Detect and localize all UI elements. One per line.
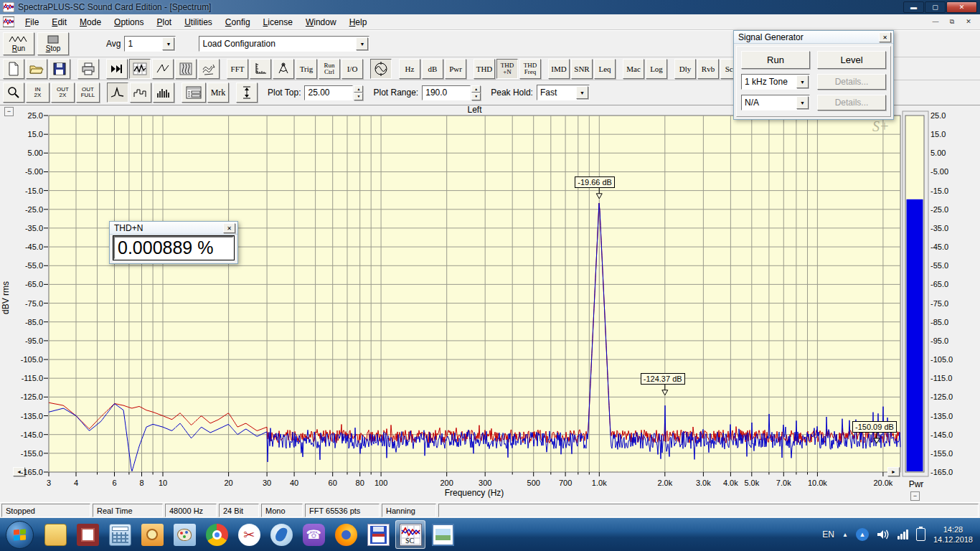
spectrum-view-button[interactable]: [129, 59, 151, 79]
chevron-down-icon[interactable]: ▼: [796, 96, 809, 109]
power-units-button[interactable]: Pwr: [445, 59, 466, 79]
marker-label[interactable]: -124.37 dB: [641, 373, 685, 385]
menu-window[interactable]: Window: [299, 15, 343, 29]
tray-clock[interactable]: 14:28 14.12.2018: [933, 524, 973, 545]
db-units-button[interactable]: dB: [422, 59, 443, 79]
show-hidden-icons-chevron[interactable]: ▲: [842, 532, 848, 538]
generator-run-button[interactable]: Run: [741, 51, 810, 69]
menu-edit[interactable]: Edit: [45, 15, 73, 29]
step-plot-style-button[interactable]: [130, 83, 151, 103]
print-button[interactable]: [77, 59, 99, 79]
plot-range-input[interactable]: [422, 85, 471, 100]
menu-help[interactable]: Help: [343, 15, 374, 29]
close-button[interactable]: ✕: [946, 1, 977, 13]
plot-range-spinner[interactable]: ▲ ▼: [471, 85, 481, 100]
chevron-down-icon[interactable]: ▼: [356, 37, 368, 50]
thd-freq-button[interactable]: THD Freq: [519, 59, 541, 79]
zoom-tool-button[interactable]: [3, 83, 24, 103]
mdi-restore-icon[interactable]: ⧉: [945, 16, 959, 27]
new-file-button[interactable]: [3, 59, 24, 79]
taskbar-spectraplus[interactable]: SC: [395, 520, 425, 549]
taskbar-image-viewer[interactable]: [428, 520, 458, 549]
zoom-in-2x-button[interactable]: IN 2X: [26, 83, 50, 103]
display-options-button[interactable]: [182, 83, 206, 103]
collapse-pwr-icon[interactable]: −: [910, 491, 920, 501]
plot-top-input[interactable]: [304, 85, 353, 100]
zoom-out-2x-button[interactable]: OUT 2X: [51, 83, 75, 103]
thd-n-meter-window[interactable]: THD+N ✕ 0.000889 %: [109, 221, 238, 264]
scaling-button[interactable]: [250, 59, 271, 79]
stop-button[interactable]: Stop: [37, 32, 69, 55]
thd-button[interactable]: THD: [473, 59, 495, 79]
taskbar-calculator[interactable]: [105, 520, 135, 549]
vertical-range-button[interactable]: [236, 83, 258, 103]
reverb-button[interactable]: Rvb: [697, 59, 719, 79]
mdi-minimize-icon[interactable]: —: [928, 16, 943, 27]
thd-n-titlebar[interactable]: THD+N ✕: [110, 222, 237, 235]
menu-options[interactable]: Options: [108, 15, 150, 29]
cloud-sync-icon[interactable]: ▲: [856, 528, 869, 541]
logging-button[interactable]: Log: [646, 59, 667, 79]
start-button[interactable]: [6, 521, 34, 549]
plot-top-spinner[interactable]: ▲ ▼: [354, 85, 363, 100]
thd-n-button[interactable]: THD +N: [496, 59, 518, 79]
time-series-button[interactable]: [106, 59, 128, 79]
taskbar-outlook[interactable]: [137, 520, 167, 549]
chevron-down-icon[interactable]: ▼: [576, 86, 588, 99]
spin-down-icon[interactable]: ▼: [471, 93, 481, 100]
delay-button[interactable]: Dly: [674, 59, 696, 79]
run-control-button[interactable]: Run Ctrl: [319, 59, 340, 79]
spin-up-icon[interactable]: ▲: [471, 85, 481, 93]
menu-plot[interactable]: Plot: [150, 15, 178, 29]
menu-file[interactable]: File: [19, 15, 45, 29]
marker-button[interactable]: Mrk: [207, 83, 229, 103]
snr-button[interactable]: SNR: [571, 59, 593, 79]
taskbar-viber[interactable]: ☎: [298, 520, 329, 549]
trigger-button[interactable]: Trig: [296, 59, 317, 79]
mdi-close-icon[interactable]: ✕: [961, 16, 976, 27]
menu-mode[interactable]: Mode: [73, 15, 108, 29]
taskbar-app-blue[interactable]: [266, 520, 296, 549]
waveform-details-button[interactable]: Details...: [817, 74, 886, 90]
peak-hold-combobox[interactable]: Fast ▼: [537, 85, 590, 100]
signal-generator-button[interactable]: [370, 59, 392, 79]
network-signal-icon[interactable]: [897, 529, 908, 540]
language-indicator[interactable]: EN: [822, 529, 834, 540]
spectrum-plot-canvas[interactable]: [0, 105, 980, 502]
close-icon[interactable]: ✕: [223, 223, 235, 233]
line-plot-style-button[interactable]: [107, 83, 128, 103]
speaker-icon[interactable]: [877, 529, 890, 540]
io-device-button[interactable]: I/O: [341, 59, 363, 79]
signal-generator-window[interactable]: Signal Generator ✕ Run Level 1 kHz Tone …: [733, 30, 894, 120]
scroll-right-icon[interactable]: ►: [887, 467, 900, 476]
menu-utilities[interactable]: Utilities: [178, 15, 219, 29]
macro-button[interactable]: Mac: [623, 59, 644, 79]
spectrogram-view-button[interactable]: [175, 59, 197, 79]
close-icon[interactable]: ✕: [879, 32, 891, 42]
avg-combobox[interactable]: 1 ▼: [124, 36, 176, 52]
bar-plot-style-button[interactable]: [153, 83, 174, 103]
waveform-combobox[interactable]: 1 kHz Tone ▼: [741, 74, 810, 90]
chevron-down-icon[interactable]: ▼: [162, 37, 174, 50]
generator-level-button[interactable]: Level: [817, 51, 886, 69]
taskbar-total-commander[interactable]: [363, 520, 393, 549]
hz-units-button[interactable]: Hz: [399, 59, 420, 79]
battery-icon[interactable]: [916, 528, 925, 541]
spin-up-icon[interactable]: ▲: [354, 85, 363, 93]
chevron-down-icon[interactable]: ▼: [796, 75, 809, 88]
marker-label[interactable]: -19.66 dB: [575, 176, 615, 188]
waveform-view-button[interactable]: [152, 59, 174, 79]
spectrum-plot-region[interactable]: Left − dBV rms Frequency (Hz) S+ Pwr − ◄…: [0, 105, 980, 502]
load-configuration-combobox[interactable]: Load Configuration ▼: [199, 36, 369, 52]
spin-down-icon[interactable]: ▼: [354, 93, 363, 100]
taskbar-firefox[interactable]: [331, 520, 361, 549]
taskbar-snipping-tool[interactable]: ✂: [234, 520, 264, 549]
imd-button[interactable]: IMD: [548, 59, 570, 79]
open-file-button[interactable]: [26, 59, 47, 79]
fft-settings-button[interactable]: FFT: [227, 59, 248, 79]
taskbar-paint[interactable]: [169, 520, 199, 549]
save-button[interactable]: [49, 59, 70, 79]
taskbar-picture-manager[interactable]: [72, 520, 103, 549]
maximize-button[interactable]: ▢: [925, 1, 946, 13]
minimize-button[interactable]: ▬: [903, 1, 924, 13]
